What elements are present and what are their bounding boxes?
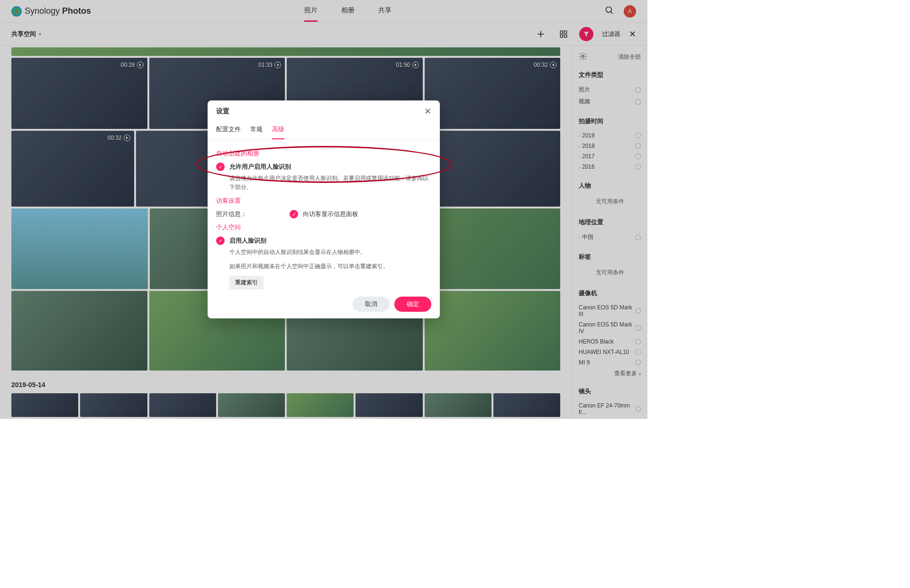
- ok-button[interactable]: 确定: [394, 297, 431, 312]
- thumbnail[interactable]: [80, 393, 147, 417]
- play-icon: [550, 62, 556, 68]
- filter-title-geo: 地理位置: [579, 218, 641, 226]
- filter-item-camera[interactable]: Canon EOS 5D Mark III: [579, 302, 641, 319]
- thumbnail[interactable]: [355, 393, 422, 417]
- radio-icon: [636, 325, 641, 331]
- filter-item-year[interactable]: ›2018: [579, 141, 641, 151]
- radio-icon: [636, 406, 641, 412]
- filter-button[interactable]: [579, 27, 593, 41]
- tab-advanced[interactable]: 高级: [272, 122, 284, 139]
- main-nav: 照片 相册 共享: [91, 0, 605, 22]
- close-filter-icon[interactable]: ✕: [629, 29, 636, 39]
- thumbnail[interactable]: 00:28: [11, 58, 147, 129]
- thumbnail[interactable]: [425, 393, 491, 417]
- reindex-button[interactable]: 重建索引: [229, 276, 264, 289]
- checkbox-description: 个人空间中的自动人脸识别结果会显示在人物相册中。: [229, 248, 431, 257]
- svg-rect-7: [564, 35, 567, 37]
- filter-item-camera[interactable]: MI 9: [579, 357, 641, 368]
- filter-title-tags: 标签: [579, 253, 641, 261]
- close-icon[interactable]: ✕: [424, 106, 431, 117]
- clear-all-button[interactable]: 清除全部: [618, 53, 641, 61]
- play-icon: [274, 62, 281, 68]
- brand-suffix: Photos: [62, 6, 91, 16]
- filter-title-filetype: 文件类型: [579, 71, 641, 79]
- thumbnail[interactable]: [425, 291, 561, 371]
- nav-photos[interactable]: 照片: [304, 0, 318, 22]
- thumbnail[interactable]: 00:32: [11, 131, 134, 207]
- settings-modal: 设置 ✕ 配置文件 常规 高级 自动创建的相册 允许用户启用人脸识别 该选项允许…: [208, 100, 440, 318]
- thumbnail[interactable]: [437, 131, 560, 207]
- grid-view-icon[interactable]: [556, 27, 571, 41]
- filter-item-year[interactable]: ›2019: [579, 130, 641, 141]
- logo-icon: [11, 6, 22, 17]
- filter-item-camera[interactable]: Canon EOS 5D Mark IV: [579, 319, 641, 336]
- play-icon: [124, 135, 130, 141]
- empty-state: 无可用条件: [579, 266, 641, 280]
- play-icon: [137, 62, 144, 68]
- filter-item-camera[interactable]: HUAWEI NXT-AL10: [579, 347, 641, 357]
- radio-icon: [635, 143, 641, 149]
- filter-sidebar: 清除全部 文件类型 照片 视频 拍摄时间 ›2019 ›2018 ›2017 ›…: [572, 45, 647, 419]
- video-duration: 01:50: [396, 62, 419, 68]
- nav-share[interactable]: 共享: [378, 0, 391, 22]
- video-duration: 00:32: [108, 135, 130, 141]
- chevron-right-icon: ›: [579, 144, 580, 149]
- chevron-down-icon: ▾: [39, 32, 41, 36]
- filter-title-time: 拍摄时间: [579, 117, 641, 126]
- date-header: 2019-05-14: [11, 372, 560, 393]
- svg-line-1: [611, 12, 613, 14]
- modal-body[interactable]: 自动创建的相册 允许用户启用人脸识别 该选项允许每个用户决定是否使用人脸识别。若…: [208, 140, 440, 292]
- filter-item-camera[interactable]: HERO5 Black: [579, 336, 641, 347]
- tab-general[interactable]: 常规: [250, 122, 263, 139]
- radio-icon: [635, 339, 641, 344]
- checkbox-label: 启用人脸识别: [229, 236, 266, 245]
- nav-albums[interactable]: 相册: [341, 0, 355, 22]
- chevron-right-icon: ›: [579, 165, 580, 170]
- filter-item-video[interactable]: 视频: [579, 96, 641, 108]
- empty-state: 无可用条件: [579, 195, 641, 208]
- filter-item-year[interactable]: ›2016: [579, 162, 641, 172]
- search-icon[interactable]: [605, 6, 614, 17]
- thumbnail[interactable]: [11, 47, 560, 56]
- svg-rect-4: [560, 31, 563, 33]
- radio-icon: [635, 133, 641, 138]
- checkbox-allow-face[interactable]: 允许用户启用人脸识别: [216, 163, 431, 171]
- space-selector[interactable]: 共享空间 ▾: [11, 30, 41, 38]
- filter-item-geo[interactable]: ›中国: [579, 231, 641, 243]
- radio-icon: [635, 235, 641, 240]
- thumbnail[interactable]: [149, 393, 216, 417]
- checkbox-enable-face[interactable]: 启用人脸识别: [216, 236, 431, 245]
- thumbnail[interactable]: [218, 393, 285, 417]
- svg-point-8: [582, 55, 584, 58]
- add-button[interactable]: [534, 27, 548, 41]
- thumbnail[interactable]: 00:32: [425, 58, 561, 129]
- filter-item-year[interactable]: ›2017: [579, 151, 641, 162]
- thumbnail[interactable]: [11, 291, 147, 371]
- tab-profile[interactable]: 配置文件: [216, 122, 241, 139]
- thumbnail[interactable]: [11, 208, 148, 289]
- checkbox-description: 该选项允许每个用户决定是否使用人脸识别。若要启用或禁用该功能，请参阅以下部分。: [229, 174, 431, 192]
- photo-info-label: 照片信息：: [216, 210, 247, 218]
- avatar[interactable]: A: [624, 5, 636, 18]
- thumbnail[interactable]: [493, 393, 560, 417]
- radio-icon: [636, 308, 641, 314]
- radio-icon: [635, 99, 641, 105]
- space-label: 共享空间: [11, 30, 36, 38]
- app-logo[interactable]: Synology Photos: [11, 6, 91, 17]
- filter-item-lens[interactable]: EF24-70mm f/2.8L II U...: [579, 417, 641, 419]
- thumbnail[interactable]: [11, 393, 78, 417]
- modal-title: 设置: [216, 107, 229, 116]
- checkbox-checked-icon: [290, 210, 298, 218]
- filter-title-camera: 摄像机: [579, 289, 641, 298]
- radio-icon: [635, 87, 641, 93]
- toolbar: 共享空间 ▾ 过滤器 ✕: [0, 23, 647, 45]
- thumbnail[interactable]: [287, 393, 354, 417]
- filter-item-lens[interactable]: Canon EF 24-70mm f/...: [579, 400, 641, 417]
- checkbox-show-panel[interactable]: 向访客显示信息面板: [290, 210, 358, 218]
- radio-icon: [635, 360, 641, 365]
- cancel-button[interactable]: 取消: [353, 297, 390, 312]
- see-more-button[interactable]: 查看更多›: [579, 368, 641, 378]
- chevron-right-icon: ›: [579, 134, 580, 138]
- gear-icon[interactable]: [579, 52, 587, 62]
- filter-item-photo[interactable]: 照片: [579, 84, 641, 96]
